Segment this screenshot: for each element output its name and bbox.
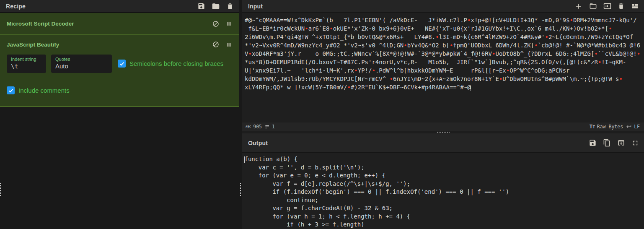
input-line: *us*8)D+DEMUP1RdE(/O.bxovT~T#87C.Ps'r4no… [245, 58, 641, 66]
output-line: if (h + 3 >= f.length) [244, 221, 641, 229]
splitter-handle-dots[interactable] [437, 132, 450, 133]
recipe-header-icons [197, 2, 234, 10]
input-textarea[interactable]: #@~^cQMAAA==W!x^DkKxPm`(b 7l.P1'EEBN'( /… [242, 13, 644, 122]
control-char-dot: • [390, 75, 393, 82]
control-char-dot: • [347, 84, 350, 91]
copy-output-icon[interactable] [603, 139, 611, 147]
control-char-dot: • [467, 17, 471, 23]
recipe-header: Recipe [0, 0, 239, 13]
line-count-icon [265, 124, 270, 129]
comments-checkbox-label: Include comments [18, 87, 70, 94]
indent-string-field[interactable]: Indent string [7, 55, 46, 73]
input-line: V•xoD4RF*m3'jY.r o 0MG:;tC.;WNncv`%[8X*@… [245, 49, 641, 58]
comments-checkbox-row[interactable]: Include comments [7, 86, 232, 94]
control-char-dot: • [569, 17, 573, 23]
control-char-dot: • [506, 67, 510, 74]
splitter-handle-dots[interactable] [240, 183, 241, 196]
output-section: Output function a(b) { var [242, 133, 644, 229]
output-line: function a(b) { [244, 155, 641, 164]
control-char-dot: • [545, 34, 548, 40]
recipe-panel: Recipe Microsoft Script Decoder [0, 0, 239, 229]
clear-recipe-trash-icon[interactable] [226, 3, 234, 10]
control-char-dot: • [372, 67, 375, 74]
input-title: Input [248, 3, 263, 10]
input-line: 2i6WDv\m.P4'qi4@!W ^+xTOtpt_{*b b0vtQ&@*… [245, 33, 641, 41]
char-count: ABC 905 [246, 124, 262, 130]
control-char-dot: • [492, 50, 495, 57]
output-line: for (var h = 1; h < f.length; h += 4) { [244, 213, 641, 221]
input-output-splitter[interactable] [242, 131, 644, 133]
semicolons-checkbox-label: Semicolons before closing braces [129, 60, 223, 67]
operation-microsoft-script-decoder[interactable]: Microsoft Script Decoder [0, 13, 239, 35]
quotes-selected-value[interactable]: Auto [55, 62, 108, 70]
operation-title: JavaScript Beautify [7, 42, 59, 48]
save-recipe-icon[interactable] [197, 2, 205, 10]
encoding-icon: TT [590, 124, 595, 130]
control-char-dot: • [534, 42, 538, 49]
pause-breakpoint-icon[interactable] [226, 21, 232, 27]
control-char-dot: • [594, 50, 597, 57]
input-line: _f&L~EB*ir0cWckUN•ar6`E8•okUE*'x'Zk-0 bx… [245, 24, 641, 33]
control-char-dot: • [435, 34, 439, 40]
eol-return-icon [626, 124, 632, 130]
operations-panel-splitter[interactable] [0, 183, 1, 196]
eol-value: LF [634, 124, 640, 130]
quotes-select-field[interactable]: Quotes Auto [51, 55, 112, 73]
control-char-dot: • [598, 59, 601, 65]
encoding-value: Raw Bytes [597, 124, 623, 130]
open-folder-icon[interactable] [589, 2, 597, 10]
operation-javascript-beautify[interactable]: JavaScript Beautify Indent string Quotes [0, 35, 239, 107]
output-line: var c = '', d = b.split('\n'); [244, 164, 641, 172]
disable-ban-icon[interactable] [212, 21, 219, 27]
disable-ban-icon[interactable] [212, 41, 219, 48]
output-line: continue; [244, 196, 641, 205]
input-line: U|'xnx9Ei7l.~ 'lch*i-lM~K',rx•YP!/•.PdW^… [245, 66, 641, 75]
control-char-dot: • [403, 42, 407, 49]
comments-checkbox[interactable] [7, 86, 15, 94]
semicolons-checkbox[interactable] [118, 60, 126, 68]
eol-selector[interactable]: LF [626, 124, 640, 130]
save-output-icon[interactable] [589, 139, 597, 147]
indent-string-label: Indent string [11, 57, 42, 62]
output-title: Output [248, 140, 268, 146]
maximize-output-icon[interactable] [631, 139, 639, 147]
char-count-icon: ABC [246, 125, 251, 128]
input-line: kdDDmYWM/,JW1lsb9:rUb/YMCYKDPJC[Nr~rmCV^… [245, 75, 641, 83]
control-char-dot: • [637, 50, 640, 57]
char-count-value: 905 [253, 124, 262, 130]
pause-breakpoint-icon[interactable] [226, 42, 232, 48]
io-panel: Input [242, 0, 644, 229]
output-header-icons [589, 139, 639, 147]
cyberchef-app: Recipe Microsoft Script Decoder [0, 0, 644, 229]
character-encoding-selector[interactable]: TT Raw Bytes [590, 124, 623, 130]
output-line: for (var e = 0; e < d.length; e++) { [244, 172, 641, 180]
recipe-io-splitter[interactable] [239, 0, 242, 229]
input-line: xLY4RFp;QQ* w ]!xcW]5Y~TB0mV/•#)2R"EU`K$… [245, 83, 641, 91]
load-recipe-folder-icon[interactable] [212, 2, 220, 10]
recipe-drop-zone[interactable] [0, 107, 239, 229]
output-line: if (f.indexOf('begin') === 0 || f.indexO… [244, 188, 641, 196]
text-cursor [244, 156, 245, 163]
open-in-window-icon[interactable] [617, 139, 625, 147]
operation-title: Microsoft Script Decoder [7, 21, 74, 27]
line-count: 1 [265, 124, 275, 130]
input-tabs-grid-icon[interactable] [631, 2, 639, 10]
control-char-dot: • [354, 67, 357, 74]
input-section: Input [242, 0, 644, 131]
control-char-dot: • [499, 75, 502, 82]
output-line: var g = f.charCodeAt(0) - 32 & 63; [244, 204, 641, 213]
output-line: var f = d[e].replace(/^\s+|\s+$/g, ''); [244, 180, 641, 188]
semicolons-checkbox-row[interactable]: Semicolons before closing braces [118, 60, 223, 68]
open-input-icon[interactable] [603, 2, 611, 10]
add-input-icon[interactable] [574, 2, 583, 10]
input-header-icons [574, 2, 639, 10]
indent-string-input[interactable] [11, 62, 42, 70]
control-char-dot: • [305, 25, 308, 32]
input-status-bar: ABC 905 1 TT Raw Bytes LF [242, 122, 644, 131]
clear-io-trash-icon[interactable] [618, 3, 625, 10]
control-char-dot: • [608, 25, 612, 32]
output-area[interactable]: function a(b) { var c = '', d = b.split(… [242, 153, 644, 229]
control-char-dot: • [248, 50, 251, 57]
control-char-dot: • [450, 42, 453, 49]
input-header: Input [242, 0, 644, 13]
